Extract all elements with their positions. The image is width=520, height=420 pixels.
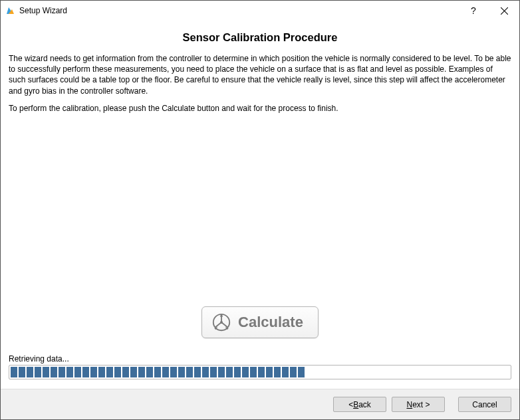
- progress-chunk: [66, 367, 73, 377]
- titlebar: Setup Wizard ?: [1, 1, 519, 21]
- progress-chunk: [27, 367, 33, 377]
- progress-chunk: [234, 367, 241, 377]
- back-button[interactable]: < Back: [333, 397, 386, 412]
- status-text: Retrieving data...: [9, 354, 511, 364]
- progress-bar: [9, 365, 511, 379]
- progress-chunk: [282, 367, 289, 377]
- progress-chunk: [266, 367, 273, 377]
- progress-chunk: [298, 367, 305, 377]
- progress-chunk: [162, 367, 169, 377]
- progress-chunk: [74, 367, 81, 377]
- calculate-label: Calculate: [238, 314, 303, 331]
- next-button[interactable]: Next >: [392, 397, 445, 412]
- calibration-icon: [211, 312, 231, 332]
- close-button[interactable]: [489, 1, 519, 21]
- progress-chunk: [138, 367, 145, 377]
- progress-chunk: [146, 367, 153, 377]
- progress-chunk: [186, 367, 193, 377]
- page-heading: Sensor Calibration Procedure: [9, 31, 511, 44]
- progress-chunk: [178, 367, 185, 377]
- back-accel: B: [353, 400, 358, 409]
- progress-chunk: [194, 367, 201, 377]
- window-title: Setup Wizard: [19, 6, 67, 15]
- progress-chunk: [82, 367, 89, 377]
- intro-paragraph-1: The wizard needs to get information from…: [9, 53, 511, 96]
- progress-chunk: [170, 367, 177, 377]
- progress-chunk: [11, 367, 17, 377]
- app-icon: [5, 5, 15, 16]
- progress-chunk: [274, 367, 281, 377]
- calculate-area: Calculate: [9, 306, 511, 354]
- back-prefix: <: [348, 400, 353, 409]
- cancel-button[interactable]: Cancel: [458, 397, 511, 412]
- progress-chunk: [210, 367, 217, 377]
- help-button[interactable]: ?: [458, 1, 489, 21]
- progress-chunk: [130, 367, 137, 377]
- next-rest: ext >: [412, 400, 430, 409]
- progress-chunk: [43, 367, 49, 377]
- wizard-footer: < Back Next > Cancel: [1, 389, 519, 419]
- progress-chunk: [258, 367, 265, 377]
- progress-chunk: [59, 367, 65, 377]
- svg-point-11: [220, 321, 223, 324]
- progress-chunk: [35, 367, 41, 377]
- progress-chunk: [242, 367, 249, 377]
- progress-chunk: [290, 367, 297, 377]
- wizard-content: Sensor Calibration Procedure The wizard …: [1, 21, 519, 389]
- progress-chunk: [202, 367, 209, 377]
- progress-chunk: [122, 367, 129, 377]
- calculate-button[interactable]: Calculate: [201, 306, 319, 338]
- progress-chunk: [114, 367, 121, 377]
- progress-chunk: [218, 367, 225, 377]
- progress-chunk: [90, 367, 97, 377]
- setup-wizard-window: Setup Wizard ? Sensor Calibration Proced…: [0, 0, 520, 420]
- progress-chunk: [19, 367, 25, 377]
- back-rest: ack: [358, 400, 371, 409]
- progress-chunk: [250, 367, 257, 377]
- next-accel: N: [406, 400, 412, 409]
- progress-chunk: [106, 367, 113, 377]
- progress-chunk: [98, 367, 105, 377]
- progress-chunk: [51, 367, 57, 377]
- progress-chunk: [154, 367, 161, 377]
- intro-paragraph-2: To perform the calibration, please push …: [9, 103, 511, 114]
- progress-chunk: [226, 367, 233, 377]
